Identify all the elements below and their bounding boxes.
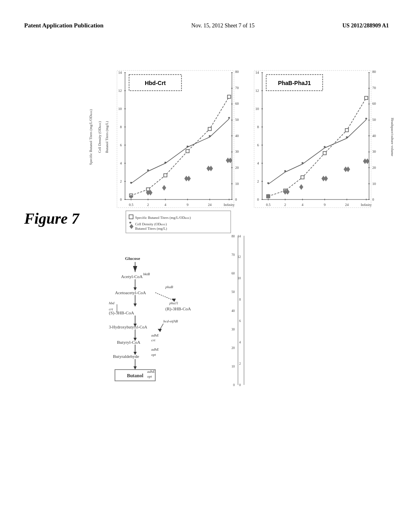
svg-text:*: *	[209, 134, 211, 139]
svg-text:adhE: adhE	[147, 370, 155, 374]
svg-text:*: *	[186, 144, 189, 150]
svg-text:4: 4	[257, 161, 259, 165]
svg-text:Butanol Titers (mg/L): Butanol Titers (mg/L)	[135, 227, 167, 231]
svg-text:*: *	[147, 168, 149, 174]
svg-text:60: 60	[372, 102, 376, 106]
svg-text:8: 8	[257, 125, 259, 129]
svg-text:70: 70	[235, 86, 239, 90]
svg-text:Infinity: Infinity	[224, 203, 235, 207]
svg-text:PhaB-PhaJ1: PhaB-PhaJ1	[278, 80, 311, 86]
svg-rect-142	[365, 96, 368, 100]
svg-text:crt: crt	[151, 338, 155, 342]
svg-text:0: 0	[239, 383, 241, 387]
svg-text:80: 80	[235, 70, 239, 74]
svg-text:24: 24	[208, 203, 212, 207]
svg-text:4: 4	[239, 341, 241, 344]
svg-text:Butyraldehyde: Butyraldehyde	[113, 354, 139, 359]
svg-text:Cell Density (OD₆₀₀): Cell Density (OD₆₀₀)	[135, 222, 167, 226]
svg-text:0.5: 0.5	[129, 203, 133, 207]
svg-text:adhE: adhE	[151, 333, 159, 337]
svg-rect-85	[254, 71, 371, 208]
svg-text:phaB: phaB	[165, 285, 173, 289]
svg-text:2: 2	[257, 179, 259, 183]
svg-text:10: 10	[238, 276, 241, 280]
svg-text:2: 2	[120, 179, 122, 183]
svg-text:60: 60	[232, 272, 235, 275]
svg-rect-79	[129, 215, 133, 219]
svg-rect-60	[208, 127, 211, 131]
svg-text:adhE: adhE	[151, 347, 159, 351]
svg-text:9: 9	[187, 203, 189, 207]
svg-rect-1	[117, 71, 234, 208]
svg-text:0: 0	[372, 197, 374, 202]
svg-text:24: 24	[345, 203, 349, 207]
publication-title: Patent Application Publication	[24, 22, 104, 29]
svg-text:0.5: 0.5	[266, 203, 271, 207]
svg-text:Hbd-Crt: Hbd-Crt	[145, 80, 166, 86]
svg-text:8: 8	[239, 298, 241, 301]
svg-text:30: 30	[372, 150, 376, 154]
svg-text:70: 70	[372, 86, 376, 90]
svg-rect-140	[323, 152, 326, 155]
svg-text:0: 0	[235, 197, 237, 202]
svg-rect-59	[186, 150, 189, 153]
svg-text:Specific Butanol Titers (mg/L/: Specific Butanol Titers (mg/L/OD₆₀₀)	[89, 109, 93, 165]
svg-text:50: 50	[235, 118, 239, 122]
svg-text:(S)-3HB-CoA: (S)-3HB-CoA	[109, 310, 134, 316]
svg-text:Specific Butanol Titers (mg/L/: Specific Butanol Titers (mg/L/OD₆₀₀)	[135, 216, 191, 220]
svg-text:4: 4	[302, 203, 304, 207]
publication-date-sheet: Nov. 15, 2012 Sheet 7 of 15	[191, 23, 254, 29]
svg-text:bktB: bktB	[143, 272, 150, 276]
svg-text:14: 14	[255, 71, 259, 75]
svg-text:40: 40	[235, 134, 239, 138]
svg-text:40: 40	[372, 134, 376, 138]
svg-text:*: *	[267, 181, 269, 187]
figure-label: Figure 7	[24, 210, 79, 227]
page-header: Patent Application Publication Nov. 15, …	[24, 22, 389, 29]
svg-text:*: *	[130, 181, 132, 186]
svg-text:12: 12	[118, 89, 122, 93]
svg-text:0: 0	[257, 197, 259, 202]
svg-text:6: 6	[120, 143, 122, 147]
svg-text:8: 8	[120, 125, 122, 129]
svg-text:Headspace/culture volume: Headspace/culture volume	[390, 118, 394, 156]
svg-rect-58	[164, 174, 167, 177]
svg-text:20: 20	[372, 166, 376, 170]
svg-text:80: 80	[232, 235, 235, 238]
svg-text:40: 40	[232, 309, 235, 313]
svg-text:opt: opt	[147, 374, 152, 378]
svg-text:Acetyl-CoA: Acetyl-CoA	[121, 274, 143, 279]
publication-number: US 2012/288909 A1	[342, 23, 389, 29]
svg-text:Butanol Titers (mg/L): Butanol Titers (mg/L)	[105, 121, 109, 153]
svg-rect-139	[301, 176, 304, 179]
svg-text:6: 6	[257, 143, 259, 147]
svg-text:Cell Density (OD₆₀₀): Cell Density (OD₆₀₀)	[98, 121, 102, 153]
svg-text:*: *	[346, 135, 348, 141]
svg-text:hbd: hbd	[109, 301, 115, 305]
svg-text:*: *	[301, 161, 304, 166]
svg-text:30: 30	[232, 328, 235, 331]
svg-text:12: 12	[255, 89, 259, 93]
svg-text:80: 80	[372, 70, 376, 74]
svg-text:10: 10	[372, 182, 376, 186]
svg-text:20: 20	[232, 346, 235, 350]
svg-text:50: 50	[372, 118, 376, 122]
svg-text:14: 14	[238, 235, 241, 238]
svg-text:*: *	[164, 160, 167, 166]
svg-text:Infinity: Infinity	[361, 203, 372, 207]
svg-text:10: 10	[235, 182, 239, 186]
svg-text:10: 10	[232, 365, 235, 368]
svg-text:20: 20	[235, 166, 239, 170]
svg-text:30: 30	[235, 150, 239, 154]
svg-text:10: 10	[118, 107, 122, 111]
svg-text:10: 10	[255, 107, 259, 111]
svg-text:0: 0	[233, 383, 235, 387]
svg-text:3-Hydroxybutyryl-CoA: 3-Hydroxybutyryl-CoA	[109, 325, 148, 329]
svg-rect-141	[345, 129, 348, 132]
svg-text:*: *	[365, 116, 367, 122]
svg-text:(R)-3HB-CoA: (R)-3HB-CoA	[165, 306, 191, 312]
svg-text:Butyryl-CoA: Butyryl-CoA	[117, 340, 140, 345]
figure-content: Hbd-Crt 0 2 4 6 8 10 12 14 0 10	[85, 62, 397, 480]
patent-page: Patent Application Publication Nov. 15, …	[0, 0, 413, 532]
svg-text:14: 14	[118, 71, 122, 75]
